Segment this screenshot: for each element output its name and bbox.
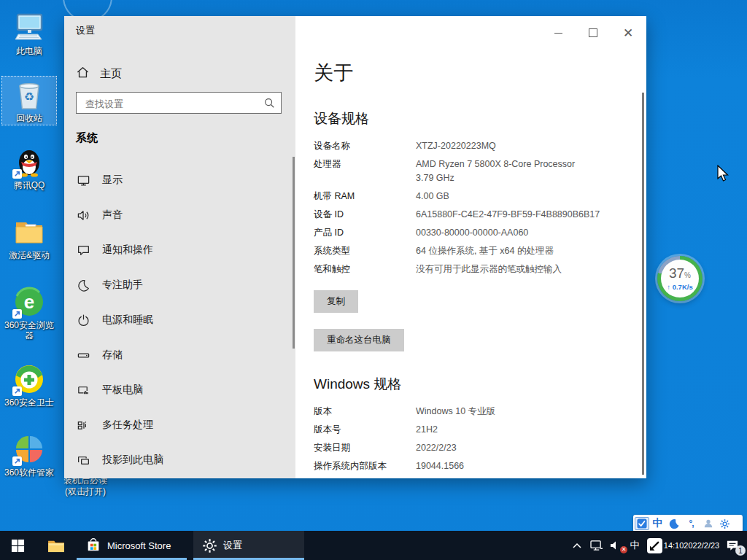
notification-count-badge: 1 (735, 545, 746, 556)
sidebar-item-projecting[interactable]: 投影到此电脑 (64, 443, 295, 478)
search-settings-box[interactable] (76, 92, 282, 114)
shortcut-arrow-icon (12, 386, 22, 396)
360-manager-icon (12, 432, 46, 466)
search-input[interactable] (84, 93, 262, 114)
notifications-icon (76, 243, 90, 257)
spec-row-product-id: 产品 ID 00330-80000-00000-AA060 (314, 224, 632, 242)
spec-label: 设备名称 (314, 139, 416, 153)
sidebar-item-label: 显示 (102, 174, 123, 187)
network-icon[interactable] (587, 531, 605, 560)
multitasking-icon (76, 418, 90, 432)
file-explorer-icon (47, 538, 65, 553)
spec-label: 产品 ID (314, 226, 416, 240)
taskbar-settings-label: 设置 (223, 539, 242, 552)
spec-value: XTZJ-20220223MQ (416, 139, 496, 153)
copy-button[interactable]: 复制 (314, 290, 358, 313)
minimize-button[interactable] (550, 25, 566, 41)
sidebar-items: 显示 声音 通知和操作 (64, 163, 295, 478)
desktop-icon-folder[interactable]: 激活&驱动 (1, 213, 57, 262)
desktop-icon-this-pc[interactable]: 此电脑 (1, 9, 57, 58)
360-browser-icon: e (12, 285, 46, 319)
rename-pc-button[interactable]: 重命名这台电脑 (314, 329, 404, 351)
sidebar-item-label: 通知和操作 (102, 244, 153, 257)
spec-value: Windows 10 专业版 (416, 405, 495, 419)
main-scrollbar[interactable] (642, 93, 644, 475)
ime-status-bar: 中 °, (633, 515, 743, 532)
desktop-icon-360-browser[interactable]: e 360安全浏览器 (1, 283, 57, 343)
mute-badge-icon: ✕ (620, 546, 627, 553)
ime-logo-icon[interactable] (635, 517, 649, 530)
about-content: 关于 设备规格 设备名称 XTZJ-20220223MQ 处理器 AMD Ryz… (314, 60, 632, 475)
sidebar-item-home[interactable]: 主页 (76, 61, 280, 86)
spec-label: 版本 (314, 405, 416, 419)
ime-fullwidth-moon-icon[interactable] (666, 516, 683, 531)
folder-icon (12, 215, 46, 249)
spec-row-version: 版本号 21H2 (314, 421, 632, 439)
ime-settings-gear-icon[interactable] (716, 516, 733, 531)
settings-gear-icon (202, 538, 217, 553)
qq-icon (12, 145, 46, 179)
svg-text:♻: ♻ (24, 90, 34, 104)
volume-muted-icon[interactable]: ✕ (605, 531, 626, 560)
ime-user-icon[interactable] (700, 516, 716, 531)
ime-tray-indicator[interactable]: 中 (626, 531, 643, 560)
percent-sign: % (684, 271, 691, 279)
taskbar-microsoft-store-button[interactable]: Microsoft Store (77, 531, 187, 560)
window-caption-buttons: ✕ (550, 22, 640, 44)
spec-value: 00330-80000-00000-AA060 (416, 226, 528, 240)
desktop-icon-label: 360软件管家 (4, 467, 54, 478)
ime-chinese-mode-button[interactable]: 中 (649, 516, 666, 531)
sidebar-item-focus-assist[interactable]: 专注助手 (64, 268, 295, 303)
spec-value: 没有可用于此显示器的笔或触控输入 (416, 262, 562, 276)
taskbar-settings-button[interactable]: 设置 (193, 531, 304, 560)
upload-arrow-icon: ↑ (667, 283, 670, 291)
desktop-icon-label: 腾讯QQ (14, 180, 45, 190)
action-center-button[interactable]: 1 (718, 531, 747, 560)
windows-spec-table: 版本 Windows 10 专业版 版本号 21H2 安装日期 2022/2/2… (314, 402, 632, 475)
shortcut-arrow-icon (12, 309, 22, 319)
windows-spec-heading: Windows 规格 (314, 375, 632, 394)
upload-speed: 0.7K/s (673, 283, 693, 291)
spec-label: 版本号 (314, 423, 416, 437)
desktop-icon-recycle-bin[interactable]: ♻ 回收站 (1, 76, 57, 125)
sidebar-item-multitasking[interactable]: 多任务处理 (64, 408, 295, 443)
spec-value: 19044.1566 (416, 459, 464, 473)
desktop-icon-qq[interactable]: 腾讯QQ (1, 143, 57, 192)
memory-percent: 37 (669, 265, 684, 281)
desktop-icon-360-safe[interactable]: 360安全卫士 (1, 360, 57, 410)
ime-punctuation-button[interactable]: °, (683, 516, 700, 531)
taskbar-clock[interactable]: 14:10 2022/2/23 (665, 531, 718, 560)
desktop-icon-label: 回收站 (16, 113, 42, 123)
360-speed-ball[interactable]: 37% ↑ 0.7K/s (657, 256, 703, 301)
sidebar-item-display[interactable]: 显示 (64, 163, 295, 198)
show-hidden-icons-chevron[interactable] (568, 531, 587, 560)
shortcut-arrow-icon (12, 169, 22, 179)
windows-logo-icon (11, 539, 25, 553)
maximize-button[interactable] (585, 25, 601, 41)
desktop-icon-360-manager[interactable]: 360软件管家 (1, 430, 57, 480)
sidebar-scrollbar[interactable] (293, 157, 295, 349)
spec-label: 设备 ID (314, 208, 416, 222)
spec-label: 安装日期 (314, 441, 416, 455)
recycle-bin-icon: ♻ (12, 78, 46, 112)
spec-row-os-build: 操作系统内部版本 19044.1566 (314, 457, 632, 475)
file-explorer-button[interactable] (41, 531, 71, 560)
speed-ball-face: 37% ↑ 0.7K/s (661, 260, 699, 298)
window-title: 设置 (76, 24, 95, 37)
projecting-icon (76, 453, 90, 467)
desktop-icon-label-partial[interactable]: 装机后必读(双击打开) (62, 475, 109, 497)
spec-value: 4.00 GB (416, 190, 449, 203)
sidebar-item-notifications[interactable]: 通知和操作 (64, 233, 295, 268)
start-button[interactable] (0, 531, 35, 560)
sidebar-item-storage[interactable]: 存储 (64, 338, 295, 373)
page-title: 关于 (314, 60, 632, 86)
sidebar-home-label: 主页 (100, 67, 122, 81)
sidebar-item-label: 专注助手 (102, 279, 143, 292)
sogou-tray-icon[interactable] (643, 531, 665, 560)
sidebar-item-sound[interactable]: 声音 (64, 198, 295, 233)
sidebar-item-tablet[interactable]: 平板电脑 (64, 373, 295, 408)
sidebar-item-power-sleep[interactable]: 电源和睡眠 (64, 303, 295, 338)
search-icon[interactable] (263, 97, 275, 112)
device-spec-table: 设备名称 XTZJ-20220223MQ 处理器 AMD Ryzen 7 580… (314, 137, 632, 279)
close-button[interactable]: ✕ (620, 25, 636, 41)
